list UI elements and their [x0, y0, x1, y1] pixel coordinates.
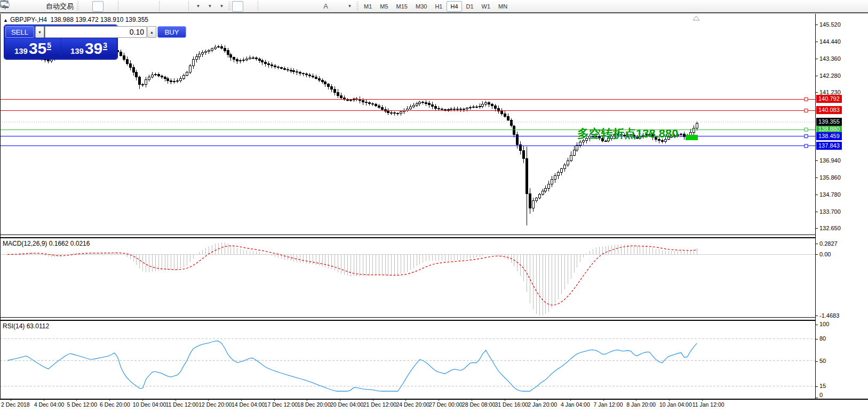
candle [255, 58, 257, 59]
timeframe-button-m1[interactable]: M1 [360, 1, 376, 12]
autotrading-button[interactable]: 自动交易 [44, 1, 75, 12]
chart-title: ▲GBPJPY-,H4 138.988 139.472 138.910 139.… [3, 16, 148, 23]
price-chart-panel[interactable]: ▲GBPJPY-,H4 138.988 139.472 138.910 139.… [0, 14, 868, 235]
price-level-badge: 138.459 [816, 132, 842, 140]
level-line-handle[interactable] [805, 135, 808, 138]
cursor-icon[interactable] [232, 1, 243, 12]
candlestick-chart[interactable] [0, 14, 815, 235]
chat-icon[interactable] [850, 1, 861, 12]
macd-signal-line [7, 246, 697, 305]
level-line-handle[interactable] [805, 128, 808, 131]
macd-plot[interactable] [0, 238, 815, 317]
timeframe-button-m30[interactable]: M30 [412, 1, 431, 12]
time-axis-label: 11 Dec 12:00 [166, 401, 199, 408]
new-order-icon[interactable] [9, 1, 20, 12]
arrows-shapes-icon[interactable]: ▼ [344, 1, 355, 12]
macd-panel[interactable]: MACD(12,26,9) 0.1662 0.0216 [0, 238, 868, 317]
candle [252, 58, 254, 58]
auto-scroll-icon[interactable] [163, 1, 174, 12]
annotation-highlight-marker[interactable] [686, 135, 698, 140]
price-axis-column[interactable]: 145.520144.440143.360142.280141.230136.9… [816, 14, 868, 399]
volume-down-button[interactable]: ▼ [35, 26, 44, 38]
level-line-handle[interactable] [805, 144, 808, 148]
timeframe-button-w1[interactable]: W1 [478, 1, 495, 12]
candle [545, 188, 547, 191]
candle [526, 159, 528, 194]
rsi-plot[interactable] [0, 321, 815, 399]
toolbar-grip [356, 2, 359, 11]
time-axis-tick [241, 399, 242, 401]
sell-button[interactable]: SELL [5, 26, 34, 38]
chart-left-border [0, 14, 1, 399]
timeframe-button-m15[interactable]: M15 [393, 1, 411, 12]
time-axis-tick [669, 399, 670, 401]
periods-clock-icon[interactable]: ▼ [204, 1, 215, 12]
panel-splitter[interactable] [0, 235, 868, 238]
toolbar-grip [77, 2, 79, 11]
buy-price-display[interactable]: 139 39 3 [61, 39, 116, 57]
time-axis[interactable]: 2 Dec 20184 Dec 04:005 Dec 12:006 Dec 20… [0, 400, 868, 412]
timeframe-button-mn[interactable]: MN [495, 1, 511, 12]
news-radio-icon[interactable] [33, 1, 44, 12]
trendline-icon[interactable] [285, 1, 296, 12]
sell-price-prefix: 139 [14, 46, 28, 55]
time-axis-label: 5 Dec 12:00 [67, 401, 97, 408]
level-line-handle[interactable] [805, 98, 808, 101]
rsi-axis-tick [815, 325, 818, 325]
panel-splitter[interactable] [0, 317, 868, 321]
one-click-trading-panel: SELL ▼ ▲ BUY 139 35 5 139 [4, 25, 117, 59]
candle [529, 194, 531, 208]
candle [220, 47, 222, 48]
search-icon[interactable] [833, 1, 845, 12]
time-axis-tick [570, 399, 571, 401]
candle [485, 102, 487, 104]
candlestick-chart-icon[interactable] [92, 1, 103, 12]
timeframe-button-h1[interactable]: H1 [431, 1, 446, 12]
text-label-icon[interactable]: T [332, 1, 343, 12]
line-chart-icon[interactable] [104, 1, 115, 12]
sell-price-display[interactable]: 139 35 5 [5, 39, 60, 57]
time-axis-tick [505, 399, 505, 401]
market-watch-icon[interactable] [21, 1, 32, 12]
time-axis-label: 4 Jan 04:00 [561, 401, 590, 408]
level-line-handle[interactable] [805, 109, 808, 112]
templates-icon[interactable]: ▼ [216, 1, 227, 12]
candle [268, 64, 270, 65]
tile-windows-icon[interactable] [145, 1, 156, 12]
timeframe-button-h4[interactable]: H4 [447, 1, 461, 12]
chart-shift-icon[interactable] [174, 1, 186, 12]
volume-input[interactable] [45, 26, 147, 38]
time-axis-label: 7 Jan 12:00 [594, 401, 623, 408]
dropdown-arrow-icon: ▼ [348, 4, 352, 9]
zoom-in-icon[interactable] [122, 1, 133, 12]
bar-chart-icon[interactable] [81, 1, 92, 12]
buy-button[interactable]: BUY [157, 26, 186, 38]
collapse-arrow-icon[interactable]: ▲ [3, 18, 8, 23]
text-icon[interactable]: A [320, 1, 331, 12]
macd-axis-label: 0.2827 [819, 240, 838, 247]
candle [394, 113, 396, 114]
macd-axis-tick [815, 244, 818, 244]
crosshair-icon[interactable] [244, 1, 255, 12]
time-axis-tick [208, 399, 209, 401]
fibonacci-icon[interactable]: F [308, 1, 320, 12]
zoom-out-icon[interactable] [133, 1, 145, 12]
chart-annotation-text[interactable]: 多空转折点138.880 [577, 126, 679, 142]
candle [271, 65, 273, 66]
indicators-icon[interactable]: ▼ [192, 1, 203, 12]
candle [346, 100, 348, 101]
vertical-line-icon[interactable] [261, 1, 273, 12]
candle [164, 77, 166, 79]
rsi-panel[interactable]: RSI(14) 63.0112 [0, 321, 868, 399]
timeframe-button-d1[interactable]: D1 [463, 1, 477, 12]
autotrading-label: 自动交易 [46, 2, 74, 11]
horizontal-line-icon[interactable] [273, 1, 284, 12]
price-axis-label: 136.940 [819, 157, 841, 164]
timeframe-button-m5[interactable]: M5 [376, 1, 392, 12]
volume-up-button[interactable]: ▲ [147, 26, 156, 38]
equidistant-channel-icon[interactable]: E [297, 1, 308, 12]
candle [387, 111, 389, 112]
price-axis-tick [815, 76, 818, 76]
time-axis-label: 18 Dec 20:00 [297, 401, 330, 408]
candle [409, 107, 411, 109]
